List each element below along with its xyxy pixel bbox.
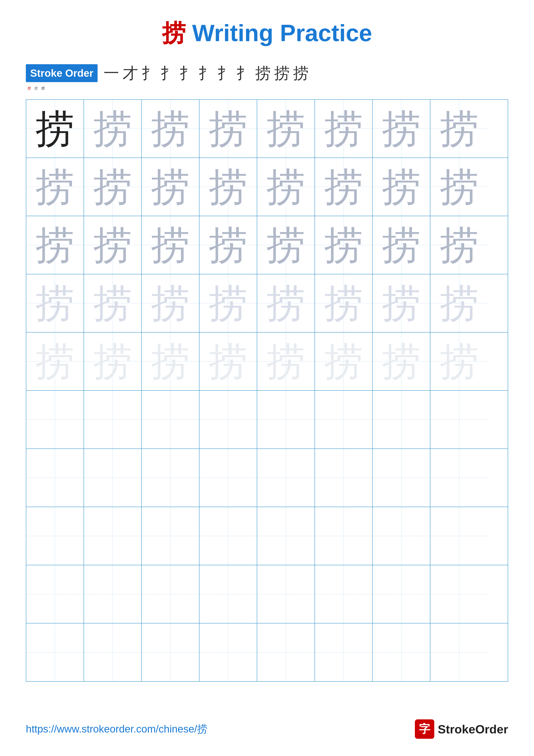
grid-cell-5-2: 捞 <box>84 333 142 390</box>
grid-cell-9-3[interactable] <box>142 565 199 623</box>
grid-cell-9-2[interactable] <box>84 565 142 623</box>
stroke-char-10: 捞 <box>274 62 290 84</box>
grid-cell-7-5[interactable] <box>257 449 315 507</box>
grid-cell-9-4[interactable] <box>199 565 257 623</box>
grid-cell-1-8: 捞 <box>430 100 488 157</box>
grid-cell-7-3[interactable] <box>142 449 199 507</box>
grid-cell-5-3: 捞 <box>142 333 199 390</box>
grid-row-6 <box>26 391 508 449</box>
stroke-char-6: 扌 <box>198 62 214 84</box>
grid-cell-7-7[interactable] <box>373 449 430 507</box>
grid-cell-2-2: 捞 <box>84 158 142 216</box>
grid-cell-1-6: 捞 <box>315 100 373 157</box>
grid-cell-8-8[interactable] <box>430 507 488 565</box>
grid-cell-3-5: 捞 <box>257 216 315 274</box>
grid-cell-4-7: 捞 <box>373 274 430 332</box>
grid-cell-7-6[interactable] <box>315 449 373 507</box>
grid-cell-7-1[interactable] <box>26 449 84 507</box>
grid-cell-9-5[interactable] <box>257 565 315 623</box>
grid-cell-1-3: 捞 <box>142 100 199 157</box>
grid-cell-3-6: 捞 <box>315 216 373 274</box>
grid-cell-1-4: 捞 <box>199 100 257 157</box>
footer-url[interactable]: https://www.strokeorder.com/chinese/捞 <box>26 722 207 736</box>
grid-cell-10-7[interactable] <box>373 623 430 681</box>
grid-cell-6-4[interactable] <box>199 391 257 448</box>
grid-cell-6-2[interactable] <box>84 391 142 448</box>
grid-cell-2-4: 捞 <box>199 158 257 216</box>
grid-cell-9-8[interactable] <box>430 565 488 623</box>
grid-cell-7-2[interactable] <box>84 449 142 507</box>
stroke-char-5: 扌 <box>179 62 195 84</box>
grid-cell-8-2[interactable] <box>84 507 142 565</box>
grid-cell-8-1[interactable] <box>26 507 84 565</box>
grid-cell-2-5: 捞 <box>257 158 315 216</box>
stroke-second-line: 捞 捞 捞 <box>26 86 508 91</box>
footer-logo-icon: 字 <box>415 719 434 739</box>
stroke-char-14: 捞 <box>41 86 45 91</box>
grid-row-9 <box>26 565 508 623</box>
grid-cell-8-3[interactable] <box>142 507 199 565</box>
grid-cell-3-1: 捞 <box>26 216 84 274</box>
grid-cell-4-2: 捞 <box>84 274 142 332</box>
grid-cell-2-8: 捞 <box>430 158 488 216</box>
stroke-char-3: 扌 <box>141 62 157 84</box>
grid-row-4: 捞 捞 捞 捞 捞 捞 捞 捞 <box>26 274 508 333</box>
grid-cell-7-8[interactable] <box>430 449 488 507</box>
grid-cell-3-3: 捞 <box>142 216 199 274</box>
grid-cell-9-7[interactable] <box>373 565 430 623</box>
grid-cell-8-5[interactable] <box>257 507 315 565</box>
stroke-char-4: 扌 <box>161 62 176 84</box>
grid-cell-5-5: 捞 <box>257 333 315 390</box>
stroke-char-12: 捞 <box>28 86 31 91</box>
grid-row-3: 捞 捞 捞 捞 捞 捞 捞 捞 <box>26 216 508 274</box>
stroke-char-8: 扌 <box>236 62 252 84</box>
grid-cell-10-8[interactable] <box>430 623 488 681</box>
practice-grid: 捞 捞 捞 捞 捞 捞 捞 捞 捞 捞 捞 <box>26 99 508 682</box>
stroke-char-7: 扌 <box>217 62 233 84</box>
grid-cell-10-4[interactable] <box>199 623 257 681</box>
grid-cell-2-6: 捞 <box>315 158 373 216</box>
grid-cell-10-3[interactable] <box>142 623 199 681</box>
grid-cell-1-1: 捞 <box>26 100 84 157</box>
grid-cell-9-1[interactable] <box>26 565 84 623</box>
grid-cell-6-3[interactable] <box>142 391 199 448</box>
grid-cell-1-7: 捞 <box>373 100 430 157</box>
grid-cell-3-8: 捞 <box>430 216 488 274</box>
grid-cell-4-8: 捞 <box>430 274 488 332</box>
footer-logo: 字 StrokeOrder <box>415 719 508 739</box>
stroke-order-badge: Stroke Order <box>26 64 98 82</box>
grid-cell-6-1[interactable] <box>26 391 84 448</box>
grid-cell-1-2: 捞 <box>84 100 142 157</box>
grid-cell-10-6[interactable] <box>315 623 373 681</box>
grid-row-8 <box>26 507 508 565</box>
grid-cell-4-5: 捞 <box>257 274 315 332</box>
grid-row-2: 捞 捞 捞 捞 捞 捞 捞 捞 <box>26 158 508 216</box>
grid-cell-8-6[interactable] <box>315 507 373 565</box>
grid-cell-3-2: 捞 <box>84 216 142 274</box>
grid-cell-10-2[interactable] <box>84 623 142 681</box>
stroke-char-2: 才 <box>123 62 138 84</box>
grid-cell-2-3: 捞 <box>142 158 199 216</box>
grid-cell-3-4: 捞 <box>199 216 257 274</box>
grid-cell-2-1: 捞 <box>26 158 84 216</box>
grid-cell-6-8[interactable] <box>430 391 488 448</box>
grid-cell-6-6[interactable] <box>315 391 373 448</box>
grid-row-7 <box>26 449 508 507</box>
footer: https://www.strokeorder.com/chinese/捞 字 … <box>0 719 534 739</box>
stroke-char-13: 捞 <box>35 86 38 91</box>
stroke-char-11: 捞 <box>293 62 309 84</box>
grid-cell-4-1: 捞 <box>26 274 84 332</box>
grid-cell-6-5[interactable] <box>257 391 315 448</box>
grid-cell-8-7[interactable] <box>373 507 430 565</box>
page-title: 捞 Writing Practice <box>0 0 534 62</box>
grid-cell-10-5[interactable] <box>257 623 315 681</box>
grid-cell-2-7: 捞 <box>373 158 430 216</box>
grid-cell-6-7[interactable] <box>373 391 430 448</box>
grid-cell-3-7: 捞 <box>373 216 430 274</box>
stroke-order-section: Stroke Order 一 才 扌 扌 扌 扌 扌 扌 捞 捞 捞 捞 捞 捞 <box>0 62 534 91</box>
grid-cell-9-6[interactable] <box>315 565 373 623</box>
grid-cell-7-4[interactable] <box>199 449 257 507</box>
grid-cell-8-4[interactable] <box>199 507 257 565</box>
grid-cell-4-4: 捞 <box>199 274 257 332</box>
grid-cell-10-1[interactable] <box>26 623 84 681</box>
